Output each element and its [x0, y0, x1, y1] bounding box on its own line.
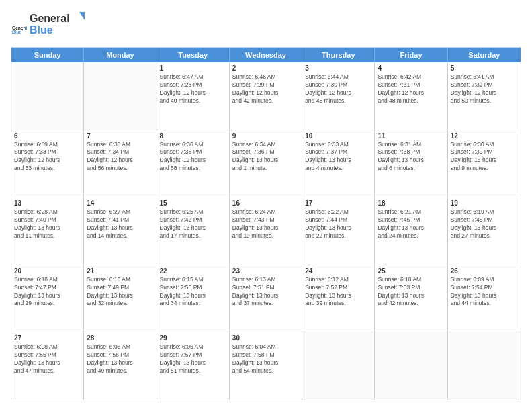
calendar-cell-10: 10Sunrise: 6:33 AMSunset: 7:37 PMDayligh…: [302, 130, 375, 197]
cell-info-line: Daylight: 13 hours: [378, 156, 444, 165]
calendar-cell-empty: [11, 62, 84, 130]
calendar-cell-empty: [302, 332, 375, 400]
day-number: 14: [87, 199, 153, 207]
cell-info-line: Daylight: 12 hours: [451, 89, 518, 97]
cell-info-line: Daylight: 13 hours: [305, 156, 371, 165]
cell-info-line: and 42 minutes.: [378, 300, 444, 308]
day-number: 3: [305, 64, 371, 72]
cell-info-line: Sunrise: 6:36 AM: [160, 141, 226, 149]
day-number: 19: [451, 199, 518, 207]
cell-info-line: and 50 minutes.: [451, 97, 518, 105]
weekday-header-tuesday: Tuesday: [157, 48, 230, 62]
calendar-cell-9: 9Sunrise: 6:34 AMSunset: 7:36 PMDaylight…: [230, 130, 302, 197]
cell-info-line: Daylight: 13 hours: [232, 292, 299, 300]
cell-info-line: Sunrise: 6:28 AM: [14, 208, 81, 216]
calendar-cell-16: 16Sunrise: 6:24 AMSunset: 7:43 PMDayligh…: [230, 197, 302, 265]
cell-info-line: Sunrise: 6:38 AM: [87, 141, 153, 149]
cell-info-line: Sunset: 7:37 PM: [305, 148, 371, 156]
cell-info-line: and 19 minutes.: [232, 232, 299, 240]
calendar-row-2: 13Sunrise: 6:28 AMSunset: 7:40 PMDayligh…: [11, 197, 521, 265]
cell-info-line: and 9 minutes.: [451, 165, 518, 173]
cell-info-line: and 56 minutes.: [87, 165, 153, 173]
cell-info-line: and 58 minutes.: [160, 165, 226, 173]
cell-info-line: Sunrise: 6:22 AM: [305, 208, 371, 216]
calendar-cell-28: 28Sunrise: 6:06 AMSunset: 7:56 PMDayligh…: [84, 332, 157, 400]
calendar-cell-24: 24Sunrise: 6:12 AMSunset: 7:52 PMDayligh…: [302, 265, 375, 332]
day-number: 5: [451, 64, 518, 72]
calendar-cell-empty: [375, 332, 447, 400]
cell-info-line: Sunrise: 6:10 AM: [378, 276, 444, 284]
cell-info-line: Sunrise: 6:09 AM: [451, 276, 518, 284]
calendar-cell-13: 13Sunrise: 6:28 AMSunset: 7:40 PMDayligh…: [11, 197, 84, 265]
cell-info-line: and 17 minutes.: [160, 232, 226, 240]
day-number: 25: [378, 267, 444, 275]
calendar-cell-empty: [448, 332, 521, 400]
svg-text:General: General: [30, 13, 70, 24]
header: General Blue General Blue: [11, 11, 521, 40]
cell-info-line: and 4 minutes.: [305, 165, 371, 173]
calendar-row-3: 20Sunrise: 6:18 AMSunset: 7:47 PMDayligh…: [11, 265, 521, 332]
cell-info-line: and 24 minutes.: [378, 232, 444, 240]
cell-info-line: Sunset: 7:54 PM: [451, 284, 518, 292]
calendar-cell-27: 27Sunrise: 6:08 AMSunset: 7:55 PMDayligh…: [11, 332, 84, 400]
cell-info-line: Sunrise: 6:04 AM: [232, 343, 299, 351]
cell-info-line: Sunset: 7:52 PM: [305, 284, 371, 292]
cell-info-line: Sunrise: 6:06 AM: [87, 343, 153, 351]
calendar-header: SundayMondayTuesdayWednesdayThursdayFrid…: [11, 48, 521, 62]
cell-info-line: Daylight: 13 hours: [378, 292, 444, 300]
cell-info-line: Sunset: 7:55 PM: [14, 351, 81, 359]
cell-info-line: Sunrise: 6:05 AM: [160, 343, 226, 351]
cell-info-line: Sunset: 7:50 PM: [160, 284, 226, 292]
cell-info-line: Sunrise: 6:39 AM: [14, 141, 81, 149]
cell-info-line: Sunrise: 6:44 AM: [305, 73, 371, 81]
cell-info-line: Daylight: 13 hours: [305, 224, 371, 232]
cell-info-line: Sunset: 7:42 PM: [160, 216, 226, 224]
cell-info-line: Sunrise: 6:46 AM: [232, 73, 299, 81]
cell-info-line: Sunset: 7:38 PM: [378, 148, 444, 156]
calendar-cell-23: 23Sunrise: 6:13 AMSunset: 7:51 PMDayligh…: [230, 265, 302, 332]
cell-info-line: Daylight: 13 hours: [378, 224, 444, 232]
cell-info-line: Daylight: 12 hours: [87, 156, 153, 165]
cell-info-line: Sunset: 7:41 PM: [87, 216, 153, 224]
calendar-cell-3: 3Sunrise: 6:44 AMSunset: 7:30 PMDaylight…: [302, 62, 375, 130]
page: General Blue General Blue SundayMondayTu…: [0, 0, 532, 411]
day-number: 21: [87, 267, 153, 275]
weekday-header-saturday: Saturday: [448, 48, 521, 62]
cell-info-line: Daylight: 12 hours: [378, 89, 444, 97]
cell-info-line: Daylight: 13 hours: [451, 224, 518, 232]
cell-info-line: Daylight: 13 hours: [87, 224, 153, 232]
cell-info-line: Sunrise: 6:24 AM: [232, 208, 299, 216]
cell-info-line: and 39 minutes.: [305, 300, 371, 308]
day-number: 2: [232, 64, 299, 72]
cell-info-line: and 11 minutes.: [14, 232, 81, 240]
cell-info-line: Sunrise: 6:47 AM: [160, 73, 226, 81]
cell-info-line: and 29 minutes.: [14, 300, 81, 308]
day-number: 29: [160, 334, 226, 342]
weekday-header-wednesday: Wednesday: [230, 48, 302, 62]
cell-info-line: Sunrise: 6:27 AM: [87, 208, 153, 216]
calendar-cell-20: 20Sunrise: 6:18 AMSunset: 7:47 PMDayligh…: [11, 265, 84, 332]
cell-info-line: and 48 minutes.: [378, 97, 444, 105]
day-number: 12: [451, 132, 518, 140]
cell-info-line: Sunset: 7:53 PM: [378, 284, 444, 292]
calendar-cell-6: 6Sunrise: 6:39 AMSunset: 7:33 PMDaylight…: [11, 130, 84, 197]
cell-info-line: Sunset: 7:44 PM: [305, 216, 371, 224]
calendar-cell-8: 8Sunrise: 6:36 AMSunset: 7:35 PMDaylight…: [157, 130, 230, 197]
cell-info-line: Sunrise: 6:41 AM: [451, 73, 518, 81]
logo-svg: General Blue: [30, 11, 90, 38]
cell-info-line: Sunset: 7:43 PM: [232, 216, 299, 224]
cell-info-line: Sunset: 7:29 PM: [232, 81, 299, 89]
calendar-cell-5: 5Sunrise: 6:41 AMSunset: 7:32 PMDaylight…: [448, 62, 521, 130]
calendar-cell-30: 30Sunrise: 6:04 AMSunset: 7:58 PMDayligh…: [230, 332, 302, 400]
cell-info-line: Sunset: 7:34 PM: [87, 148, 153, 156]
cell-info-line: Daylight: 13 hours: [451, 292, 518, 300]
day-number: 27: [14, 334, 81, 342]
cell-info-line: and 14 minutes.: [87, 232, 153, 240]
cell-info-line: Daylight: 13 hours: [451, 156, 518, 165]
cell-info-line: Daylight: 13 hours: [160, 224, 226, 232]
calendar-cell-21: 21Sunrise: 6:16 AMSunset: 7:49 PMDayligh…: [84, 265, 157, 332]
cell-info-line: Daylight: 13 hours: [232, 156, 299, 165]
cell-info-line: Daylight: 13 hours: [14, 359, 81, 367]
calendar-cell-26: 26Sunrise: 6:09 AMSunset: 7:54 PMDayligh…: [448, 265, 521, 332]
logo-icon: General Blue: [12, 23, 27, 38]
